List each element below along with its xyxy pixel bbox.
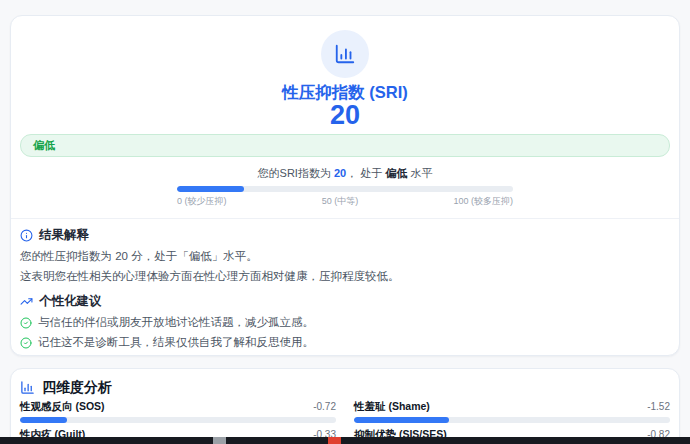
summary-prefix: 您的SRI指数为: [258, 167, 334, 179]
taskbar-app-icon[interactable]: [328, 437, 341, 444]
taskbar-app-icon[interactable]: [213, 437, 226, 444]
advice-section: 个性化建议 与信任的伴侣或朋友开放地讨论性话题，减少孤立感。 记住这不是诊断工具…: [20, 294, 670, 349]
dimensions-title: 四维度分析: [42, 379, 112, 395]
dimension-head: 性观感反向 (SOS) -0.72: [20, 400, 336, 413]
score-summary: 您的SRI指数为 20， 处于 偏低 水平: [20, 167, 670, 180]
gauge-scale: 0 (较少压抑) 50 (中等) 100 (较多压抑): [177, 196, 513, 206]
interpretation-title: 结果解释: [39, 228, 89, 243]
interpretation-line: 您的性压抑指数为 20 分，处于「偏低」水平。: [20, 250, 670, 263]
bar-chart-icon: [20, 380, 35, 395]
interpretation-line: 这表明您在性相关的心理体验方面在性心理方面相对健康，压抑程度较低。: [20, 270, 670, 283]
gauge-label-max: 100 (较多压抑): [453, 196, 513, 206]
dimensions-card: 四维度分析 性观感反向 (SOS) -0.72 性羞耻 (Shame) -1.5…: [10, 368, 680, 444]
dimension-item-sos: 性观感反向 (SOS) -0.72: [20, 400, 336, 423]
advice-item-text: 与信任的伴侣或朋友开放地讨论性话题，减少孤立感。: [38, 316, 314, 329]
check-circle-icon: [20, 317, 32, 329]
sri-gauge: 0 (较少压抑) 50 (中等) 100 (较多压抑): [177, 186, 513, 206]
level-badge: 偏低: [20, 134, 670, 157]
summary-suffix: 水平: [407, 167, 432, 179]
dimension-item-shame: 性羞耻 (Shame) -1.52: [354, 400, 670, 423]
advice-title-row: 个性化建议: [20, 294, 670, 309]
summary-score: 20: [334, 167, 346, 179]
dimension-value: -1.52: [647, 400, 670, 413]
gauge-label-min: 0 (较少压抑): [177, 196, 227, 206]
gauge-fill: [177, 186, 244, 192]
trending-up-icon: [20, 295, 33, 308]
gauge-track: [177, 186, 513, 192]
sri-score-value: 20: [20, 102, 670, 129]
summary-middle: ， 处于: [346, 167, 385, 179]
interpretation-section: 结果解释 您的性压抑指数为 20 分，处于「偏低」水平。 这表明您在性相关的心理…: [20, 228, 670, 282]
advice-title: 个性化建议: [39, 294, 102, 309]
dimension-head: 性羞耻 (Shame) -1.52: [354, 400, 670, 413]
interpretation-title-row: 结果解释: [20, 228, 670, 243]
dimension-value: -0.72: [313, 400, 336, 413]
summary-level: 偏低: [385, 167, 407, 179]
results-page: 性压抑指数 (SRI) 20 偏低 您的SRI指数为 20， 处于 偏低 水平 …: [0, 0, 690, 444]
bar-chart-icon: [334, 43, 356, 65]
dimension-bar-track: [354, 417, 670, 423]
advice-item-text: 记住这不是诊断工具，结果仅供自我了解和反思使用。: [38, 336, 314, 349]
gauge-label-mid: 50 (中等): [322, 196, 359, 206]
advice-item: 记住这不是诊断工具，结果仅供自我了解和反思使用。: [20, 336, 670, 349]
advice-item: 与信任的伴侣或朋友开放地讨论性话题，减少孤立感。: [20, 316, 670, 329]
dimension-bar-fill: [20, 417, 67, 423]
check-circle-icon: [20, 337, 32, 349]
score-icon-badge: [321, 30, 369, 78]
dimension-label: 性观感反向 (SOS): [20, 400, 105, 413]
taskbar[interactable]: [0, 437, 690, 444]
dimensions-title-row: 四维度分析: [20, 379, 670, 395]
dimension-label: 性羞耻 (Shame): [354, 400, 430, 413]
sri-result-card: 性压抑指数 (SRI) 20 偏低 您的SRI指数为 20， 处于 偏低 水平 …: [10, 15, 680, 356]
divider: [11, 218, 679, 219]
dimension-bar-track: [20, 417, 336, 423]
info-icon: [20, 229, 33, 242]
dimension-bar-fill: [354, 417, 449, 423]
level-badge-label: 偏低: [33, 139, 55, 151]
